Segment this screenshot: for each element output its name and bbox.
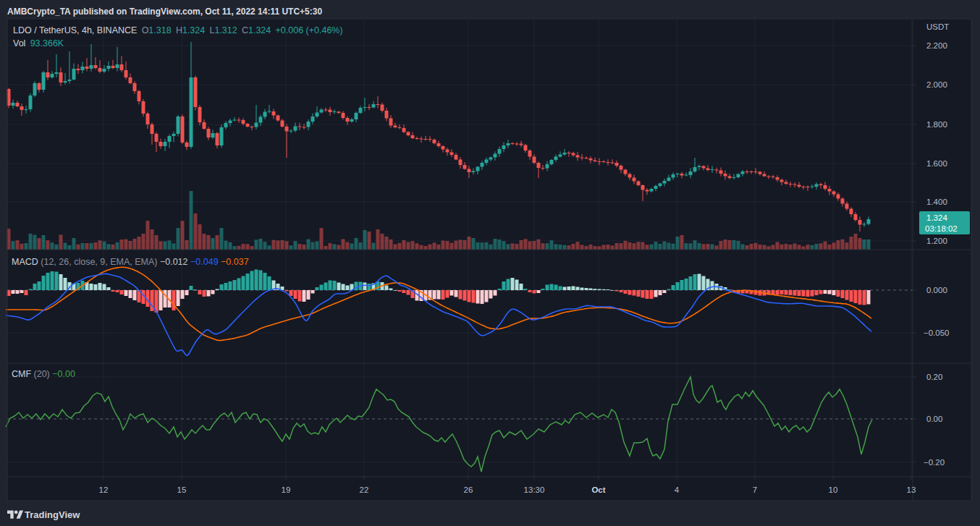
svg-text:−0.20: −0.20 (924, 458, 945, 467)
svg-text:12: 12 (99, 485, 109, 494)
svg-text:0.00: 0.00 (926, 415, 942, 423)
svg-text:MACD (12, 26, close, 9, EMA, E: MACD (12, 26, close, 9, EMA, EMA) −0.012… (12, 257, 249, 267)
svg-text:4: 4 (675, 485, 680, 494)
svg-text:LDO / TetherUS, 4h, BINANCE O1: LDO / TetherUS, 4h, BINANCE O1.318 H1.32… (13, 25, 343, 35)
svg-text:2.000: 2.000 (926, 80, 947, 89)
svg-text:CMF (20) −0.00: CMF (20) −0.00 (12, 369, 75, 379)
svg-text:0.20: 0.20 (926, 373, 942, 381)
svg-text:USDT: USDT (926, 22, 949, 31)
svg-text:Vol 93.366K: Vol 93.366K (13, 38, 64, 48)
svg-text:7: 7 (753, 485, 757, 494)
svg-text:19: 19 (282, 485, 291, 494)
svg-text:1.200: 1.200 (926, 237, 947, 245)
svg-text:13:30: 13:30 (524, 485, 545, 494)
svg-text:1.600: 1.600 (926, 159, 947, 168)
svg-text:03:18:02: 03:18:02 (925, 224, 958, 233)
svg-text:1.400: 1.400 (926, 198, 947, 206)
svg-text:1.324: 1.324 (926, 213, 947, 222)
svg-text:22: 22 (360, 485, 369, 494)
svg-text:Oct: Oct (591, 485, 605, 494)
svg-text:0.000: 0.000 (926, 286, 947, 294)
svg-text:1.800: 1.800 (926, 120, 947, 129)
svg-text:10: 10 (829, 485, 838, 494)
svg-text:TradingView: TradingView (25, 509, 80, 520)
svg-text:13: 13 (907, 485, 916, 494)
svg-text:15: 15 (177, 485, 187, 494)
svg-text:−0.050: −0.050 (924, 328, 950, 337)
svg-text:2.200: 2.200 (926, 41, 947, 50)
svg-text:AMBCrypto_TA published on Trad: AMBCrypto_TA published on TradingView.co… (7, 7, 322, 17)
svg-text:26: 26 (464, 485, 473, 494)
